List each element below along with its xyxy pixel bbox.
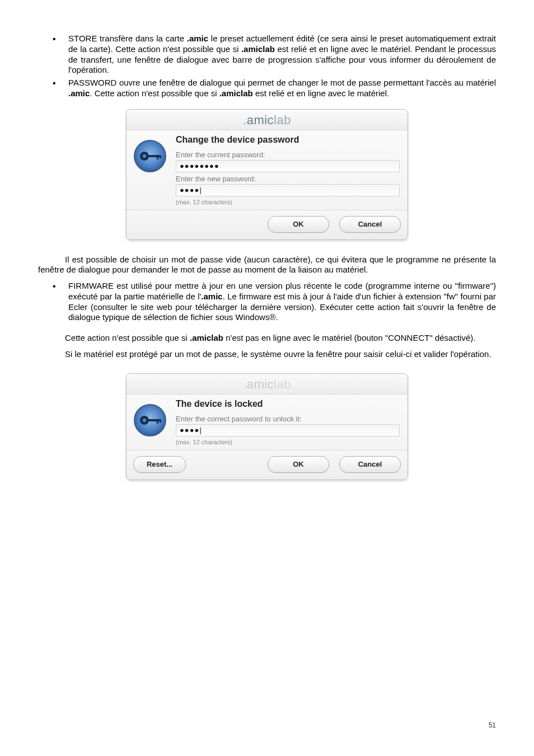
brand-title: .amiclab [243,377,291,391]
text: .amic [187,34,208,43]
svg-rect-5 [160,155,161,158]
paragraph: Il est possible de choisir un mot de pas… [38,255,496,276]
list-item: STORE transfère dans la carte .amic le p… [68,34,496,76]
key-icon [132,138,168,174]
paragraph: Cette action n'est possible que si .amic… [38,333,496,344]
new-password-label: Enter the new password: [176,175,400,183]
ok-button[interactable]: OK [268,216,329,233]
text: . [243,113,247,127]
text: .amiclab [219,88,253,98]
svg-point-2 [143,154,146,158]
brand-title: .amiclab [243,113,291,127]
text: . Cette action n'est possible que si [90,88,219,98]
password-hint: (max. 12 characters) [176,439,400,445]
text: n'est pas en ligne avec le matériel (bou… [223,333,475,342]
current-password-label: Enter the current password: [176,151,400,159]
dialog-heading: The device is locked [176,399,400,409]
svg-point-8 [143,419,146,422]
text: . [243,377,247,391]
page-number: 51 [489,721,496,729]
new-password-input[interactable] [176,184,400,196]
text: Cette action n'est possible que si [65,333,190,342]
text: .amic [201,292,222,301]
key-icon [132,402,168,438]
list-item: FIRMWARE est utilisé pour mettre à jour … [68,281,496,323]
dialog-titlebar: .amiclab [127,110,407,130]
cancel-button[interactable]: Cancel [339,456,401,473]
dialog-heading: Change the device password [176,135,400,145]
current-password-input[interactable] [176,160,400,172]
dialog-titlebar-disabled: .amiclab [127,374,407,395]
bullet-list-top: STORE transfère dans la carte .amic le p… [38,34,496,99]
bullet-list-firmware: FIRMWARE est utilisé pour mettre à jour … [38,281,496,323]
ok-button[interactable]: OK [268,456,329,473]
text: lab [274,377,291,391]
svg-rect-10 [157,419,158,424]
text: amic [247,377,274,391]
device-locked-dialog: .amiclab [126,373,408,480]
text: est relié et en ligne avec le matériel. [253,88,389,98]
svg-rect-4 [157,155,158,159]
text: .amiclab [190,333,223,342]
reset-button[interactable]: Reset... [133,456,186,473]
cancel-button[interactable]: Cancel [339,216,401,233]
text: lab [274,113,291,127]
password-hint: (max. 12 characters) [176,199,400,205]
text: amic [247,113,274,127]
svg-rect-11 [160,419,161,422]
text: PASSWORD ouvre une fenêtre de dialogue q… [68,78,496,87]
change-password-dialog: .amiclab [126,109,408,240]
list-item: PASSWORD ouvre une fenêtre de dialogue q… [68,78,496,99]
unlock-password-label: Enter the correct password to unlock it: [176,415,400,423]
text: .amiclab [241,44,275,54]
paragraph: Si le matériel est protégé par un mot de… [38,349,496,360]
text: STORE transfère dans la carte [68,34,187,43]
text: .amic [68,88,90,98]
unlock-password-input[interactable] [176,424,400,436]
